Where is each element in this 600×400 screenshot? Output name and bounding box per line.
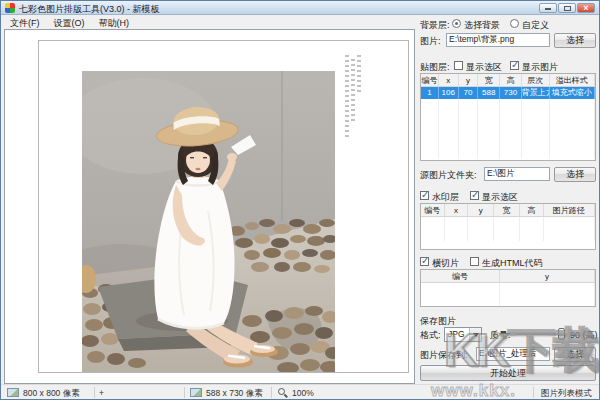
- show-selection-checkbox[interactable]: [454, 61, 463, 70]
- menu-settings[interactable]: 设置(O): [47, 16, 92, 29]
- close-button[interactable]: ×: [577, 3, 595, 13]
- source-folder-label: 源图片文件夹:: [420, 169, 477, 182]
- column-header: 宽: [494, 204, 520, 216]
- placed-photo[interactable]: [82, 71, 335, 373]
- window-title: 七彩色图片排版工具(V3.0) - 新模板: [19, 3, 160, 16]
- format-value: JPG: [448, 329, 465, 339]
- save-path-input[interactable]: [476, 347, 550, 361]
- show-image-checkbox[interactable]: [510, 61, 519, 70]
- sticker-table-header: 编号 x y 宽 高 层次 溢出样式: [421, 74, 595, 87]
- separator: [533, 387, 534, 398]
- slice-table-header: 编号 y: [421, 270, 595, 283]
- select-source-folder-button[interactable]: 选择: [554, 167, 596, 182]
- maximize-button[interactable]: [558, 3, 576, 13]
- watermark-table-header: 编号 x y 宽 高 图片路径: [421, 204, 595, 217]
- minimize-icon: [545, 8, 551, 10]
- menu-file[interactable]: 文件(F): [3, 16, 47, 29]
- column-header: 层次: [522, 74, 550, 86]
- save-to-label: 图片保存到:: [420, 349, 468, 362]
- radio-custom-background[interactable]: [510, 19, 519, 28]
- canvas-size-icon: [7, 388, 19, 397]
- table-row-empty: [421, 217, 595, 229]
- background-image-label: 图片:: [420, 35, 441, 48]
- cell-y: 70: [459, 87, 479, 99]
- quality-value: 90 (高): [570, 329, 598, 342]
- table-row-empty: [421, 147, 595, 159]
- table-row-empty: [421, 135, 595, 147]
- table-row-empty: [421, 229, 595, 241]
- image-size-text: 588 x 730 像素: [206, 388, 263, 400]
- minimize-button[interactable]: [539, 3, 557, 13]
- magnifier-icon: [278, 388, 285, 395]
- cell-x: 106: [439, 87, 459, 99]
- zoom-level-text: 100%: [292, 388, 314, 398]
- column-header: 溢出样式: [550, 74, 595, 86]
- canvas-size-text: 800 x 800 像素: [23, 388, 80, 400]
- title-bar[interactable]: 七彩色图片排版工具(V3.0) - 新模板 ×: [1, 1, 599, 15]
- image-size-icon: [190, 388, 202, 397]
- column-header: x: [439, 74, 459, 86]
- radio-select-background[interactable]: [452, 19, 461, 28]
- separator: [271, 387, 272, 398]
- format-label: 格式:: [420, 329, 441, 342]
- start-processing-button[interactable]: 开始处理: [420, 365, 596, 381]
- column-header: 图片路径: [544, 204, 595, 216]
- radio-select-background-label[interactable]: 选择背景: [464, 19, 500, 32]
- generate-html-checkbox[interactable]: [470, 257, 479, 266]
- control-panel: 背景层: 选择背景 自定义 图片: 选择 贴图层: 显示选区 显示图片 编号 x…: [418, 15, 599, 385]
- app-icon: [5, 3, 15, 13]
- cell-number: 1: [421, 87, 439, 99]
- photo-illustration: [82, 71, 335, 373]
- preview-area: [4, 29, 415, 384]
- sticker-table: 编号 x y 宽 高 层次 溢出样式 1 106 70 588 730 背景上方…: [420, 73, 596, 161]
- column-header: 高: [520, 204, 544, 216]
- column-header: 宽: [478, 74, 500, 86]
- column-header: x: [445, 204, 469, 216]
- table-row-empty: [421, 295, 595, 307]
- quality-label: 质量:: [490, 329, 511, 342]
- source-folder-input[interactable]: [484, 167, 550, 181]
- radio-custom-background-label[interactable]: 自定义: [522, 19, 549, 32]
- separator: [94, 387, 95, 398]
- cell-layer: 背景上方: [522, 87, 550, 99]
- separator: [184, 387, 185, 398]
- layout-canvas[interactable]: [38, 40, 409, 373]
- maximize-icon: [564, 6, 571, 11]
- background-image-path-input[interactable]: [446, 33, 550, 47]
- background-layer-label: 背景层:: [420, 19, 450, 32]
- select-save-folder-button[interactable]: 选择: [554, 347, 596, 362]
- status-bar: 800 x 800 像素 + 588 x 730 像素 100% 图片列表模式: [1, 384, 599, 399]
- slice-checkbox[interactable]: [420, 257, 429, 266]
- column-header: 高: [500, 74, 522, 86]
- table-row-empty: [421, 111, 595, 123]
- cell-width: 588: [478, 87, 500, 99]
- decorative-vertical-text: [345, 55, 349, 139]
- column-header: y: [468, 204, 494, 216]
- app-window: 七彩色图片排版工具(V3.0) - 新模板 × 文件(F) 设置(O) 帮助(H…: [0, 0, 600, 400]
- slice-table: 编号 y: [420, 269, 596, 307]
- table-row-empty: [421, 123, 595, 135]
- list-mode-link[interactable]: 图片列表模式: [541, 388, 592, 400]
- cell-overflow-style: 填充式缩小: [550, 87, 595, 99]
- menu-bar: 文件(F) 设置(O) 帮助(H): [3, 16, 136, 29]
- chevron-down-icon: [469, 328, 481, 341]
- cell-height: 730: [500, 87, 522, 99]
- column-header: y: [459, 74, 479, 86]
- plus-sign: +: [99, 388, 104, 398]
- close-icon: ×: [578, 3, 594, 14]
- watermark-layer-checkbox[interactable]: [420, 191, 429, 200]
- menu-help[interactable]: 帮助(H): [92, 16, 137, 29]
- table-row-empty: [421, 99, 595, 111]
- format-select[interactable]: JPG: [444, 327, 482, 342]
- table-row-empty: [421, 283, 595, 295]
- decorative-vertical-text: [357, 55, 361, 93]
- column-header: 编号: [421, 74, 439, 86]
- quality-slider-thumb[interactable]: [558, 328, 565, 340]
- column-header: y: [500, 270, 595, 282]
- table-row[interactable]: 1 106 70 588 730 背景上方 填充式缩小: [421, 87, 595, 99]
- quality-slider[interactable]: [516, 333, 566, 336]
- column-header: 编号: [421, 270, 500, 282]
- watermark-show-selection-checkbox[interactable]: [470, 191, 479, 200]
- select-background-button[interactable]: 选择: [554, 33, 596, 48]
- decorative-vertical-text: [351, 59, 355, 121]
